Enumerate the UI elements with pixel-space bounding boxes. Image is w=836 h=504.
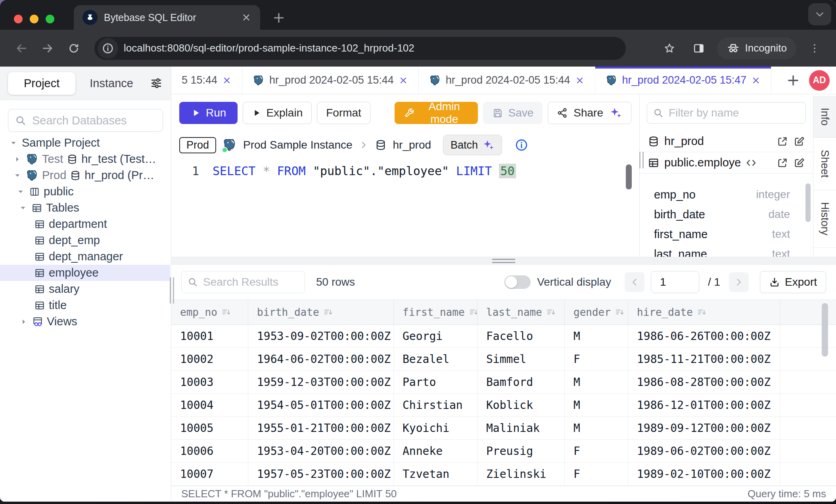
run-button[interactable]: Run	[179, 102, 238, 124]
caret-down-icon[interactable]	[16, 187, 25, 197]
column-header-birth_date[interactable]: birth_date	[248, 300, 394, 325]
column-header-gender[interactable]: gender	[565, 300, 628, 325]
tree-item-public[interactable]: public	[0, 183, 170, 200]
panel-resize-handle[interactable]	[639, 152, 644, 168]
next-page-button[interactable]	[729, 272, 749, 292]
column-list-scrollbar[interactable]	[805, 183, 811, 222]
caret-down-icon[interactable]	[13, 171, 22, 180]
bookmark-star-icon[interactable]	[658, 37, 681, 59]
table-cell[interactable]: M	[565, 325, 628, 347]
batch-button[interactable]: Batch	[443, 135, 502, 155]
table-cell[interactable]: 1985-11-21T00:00:00Z	[628, 348, 780, 370]
reload-icon[interactable]	[63, 37, 85, 59]
table-row[interactable]: 100051955-01-21T00:00:00ZKyoichiMaliniak…	[171, 417, 836, 440]
external-link-icon[interactable]	[777, 136, 788, 147]
tree-item-views[interactable]: Views	[0, 313, 170, 330]
external-link-icon[interactable]	[777, 157, 788, 169]
editor-scrollbar[interactable]	[626, 164, 632, 189]
side-panel-icon[interactable]	[688, 37, 710, 59]
tree-item-department[interactable]: department	[0, 216, 170, 232]
table-cell[interactable]: F	[565, 463, 628, 485]
table-cell[interactable]: Anneke	[394, 440, 477, 462]
database-name[interactable]: hr_prod	[393, 139, 431, 151]
worksheet-tab[interactable]: hr_prod 2024-02-05 15:44	[419, 67, 595, 94]
table-row[interactable]: 100021964-06-02T00:00:00ZBezalelSimmelF1…	[171, 348, 836, 371]
table-cell[interactable]: F	[565, 348, 628, 370]
table-cell[interactable]: 1954-05-01T00:00:00Z	[248, 394, 394, 416]
code-icon[interactable]	[745, 157, 757, 169]
table-cell[interactable]: M	[565, 371, 628, 393]
browser-menu-icon[interactable]	[803, 37, 826, 59]
horizontal-splitter[interactable]	[171, 257, 836, 265]
page-input[interactable]	[651, 271, 699, 293]
tab-search-button[interactable]	[808, 3, 831, 25]
share-button[interactable]: Share	[548, 102, 631, 124]
info-circle-icon[interactable]	[515, 138, 528, 152]
forward-icon[interactable]	[36, 37, 59, 59]
table-cell[interactable]: 1957-05-23T00:00:00Z	[248, 463, 394, 485]
table-cell[interactable]: Facello	[477, 325, 565, 347]
tree-item-salary[interactable]: salary	[0, 281, 170, 297]
close-tab-icon[interactable]	[241, 12, 251, 23]
tree-item-tables[interactable]: Tables	[0, 200, 170, 216]
table-cell[interactable]: 10006	[171, 440, 248, 462]
tab-project[interactable]: Project	[8, 72, 75, 95]
window-close-button[interactable]	[14, 15, 23, 23]
splitter-drag-handle[interactable]	[492, 257, 515, 265]
table-cell[interactable]: 1953-04-20T00:00:00Z	[248, 440, 394, 462]
table-cell[interactable]: 1959-12-03T00:00:00Z	[248, 371, 394, 393]
table-cell[interactable]: Simmel	[477, 348, 565, 370]
schema-table-row[interactable]: public.employee	[640, 152, 813, 174]
table-cell[interactable]: Bamford	[477, 371, 565, 393]
instance-name[interactable]: Prod Sample Instance	[243, 139, 353, 151]
table-cell[interactable]: 1986-06-26T00:00:00Z	[628, 325, 780, 347]
tab-instance[interactable]: Instance	[75, 77, 148, 90]
table-cell[interactable]: Preusig	[477, 440, 565, 462]
tree-item-employee[interactable]: employee	[0, 265, 170, 281]
table-cell[interactable]: M	[565, 394, 628, 416]
table-cell[interactable]: 10005	[171, 417, 248, 439]
worksheet-tab[interactable]: hr_prod 2024-02-05 15:47	[595, 67, 772, 94]
table-cell[interactable]: 1989-06-02T00:00:00Z	[628, 440, 780, 462]
caret-right-icon[interactable]	[19, 317, 29, 326]
column-row[interactable]: birth_datedate	[640, 204, 806, 224]
tree-settings-icon[interactable]	[150, 76, 163, 90]
explain-button[interactable]: Explain	[243, 102, 312, 124]
new-tab-icon[interactable]	[272, 11, 286, 25]
table-cell[interactable]: Zielinski	[477, 463, 565, 485]
site-info-icon[interactable]	[98, 38, 118, 59]
worksheet-tab[interactable]: hr_prod 2024-02-05 15:44	[242, 67, 419, 94]
database-search-input[interactable]: Search Databases	[8, 109, 163, 132]
url-bar[interactable]: localhost:8080/sql-editor/prod-sample-in…	[94, 37, 626, 60]
admin-mode-button[interactable]: Admin mode	[395, 102, 478, 124]
table-cell[interactable]: 10003	[171, 371, 248, 393]
table-cell[interactable]: Tzvetan	[394, 463, 477, 485]
table-cell[interactable]: F	[565, 440, 628, 462]
tree-item-title[interactable]: title	[0, 297, 170, 313]
column-header-emp_no[interactable]: emp_no	[171, 300, 248, 325]
table-row[interactable]: 100071957-05-23T00:00:00ZTzvetanZielinsk…	[171, 463, 836, 486]
tree-item-hr-prod-pr[interactable]: Prodhr_prod (Pr…	[0, 167, 170, 183]
back-icon[interactable]	[10, 37, 33, 59]
results-scrollbar[interactable]	[822, 303, 828, 357]
tree-item-sample-project[interactable]: Sample Project	[0, 135, 170, 151]
side-tab-info[interactable]: Info	[813, 96, 836, 138]
side-tab-history[interactable]: History	[813, 190, 836, 248]
tree-item-dept-emp[interactable]: dept_emp	[0, 232, 170, 248]
table-cell[interactable]: M	[565, 417, 628, 439]
avatar[interactable]: AD	[809, 70, 830, 91]
column-row[interactable]: emp_nointeger	[640, 185, 806, 204]
window-minimize-button[interactable]	[30, 15, 38, 23]
table-cell[interactable]: 1989-09-12T00:00:00Z	[628, 417, 780, 439]
schema-database-row[interactable]: hr_prod	[640, 131, 813, 152]
table-cell[interactable]: 1989-02-10T00:00:00Z	[628, 463, 780, 485]
table-cell[interactable]: 1986-12-01T00:00:00Z	[628, 394, 780, 416]
table-row[interactable]: 100011953-09-02T00:00:00ZGeorgiFacelloM1…	[171, 325, 836, 348]
table-cell[interactable]: 10007	[171, 463, 248, 485]
column-header-last_name[interactable]: last_name	[477, 300, 565, 325]
caret-down-icon[interactable]	[18, 203, 28, 213]
window-zoom-button[interactable]	[46, 15, 54, 23]
table-cell[interactable]: Koblick	[477, 394, 565, 416]
table-cell[interactable]: Georgi	[394, 325, 477, 347]
close-worksheet-icon[interactable]	[222, 76, 232, 85]
